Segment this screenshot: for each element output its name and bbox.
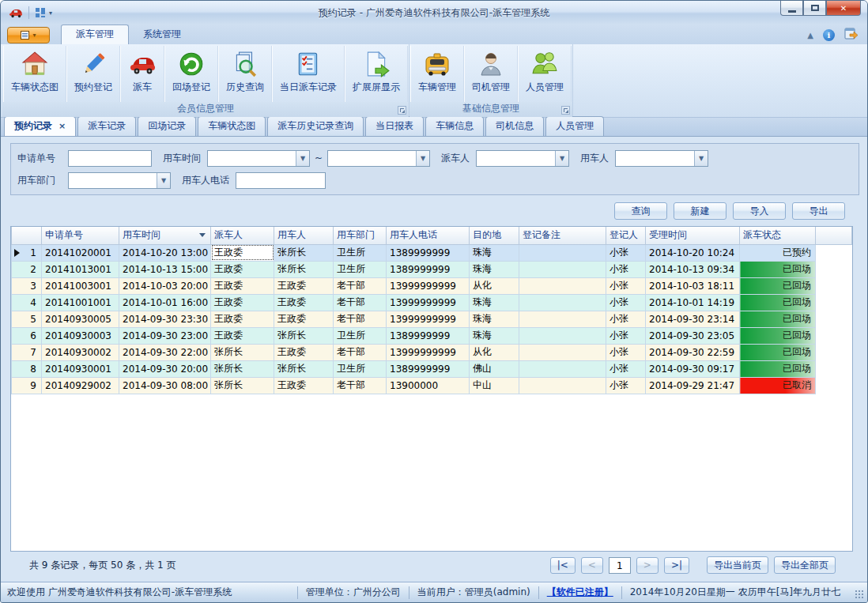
cell[interactable]: 2014-10-03 20:00 — [119, 277, 211, 294]
cell[interactable]: 王政委 — [211, 311, 274, 327]
table-row[interactable]: 2201410130012014-10-13 15:00王政委张所长卫生所138… — [12, 261, 852, 277]
ribbon-button-extend-screen[interactable]: 扩展屏显示 — [345, 46, 408, 102]
cell[interactable]: 13999999999 — [387, 311, 470, 327]
license-status-link[interactable]: 【软件已注册】 — [547, 586, 613, 599]
info-icon[interactable]: i — [823, 29, 835, 41]
cell[interactable]: 13999999999 — [387, 294, 470, 311]
table-row[interactable]: 8201409300012014-09-30 20:00张所长张所长卫生所138… — [12, 360, 852, 377]
dialog-launcher-icon[interactable] — [561, 106, 570, 115]
ribbon-button-driver[interactable]: 司机管理 — [464, 46, 518, 102]
cell[interactable]: 小张 — [606, 360, 646, 377]
cell[interactable]: 从化 — [470, 277, 519, 294]
cell[interactable]: 20141013001 — [42, 261, 119, 277]
cell[interactable]: 王政委 — [274, 294, 334, 311]
cell[interactable]: 20140930005 — [42, 311, 119, 327]
doc-tab-9[interactable]: 人员管理 — [545, 116, 604, 136]
cell[interactable]: 小张 — [606, 344, 646, 360]
close-button[interactable]: ✕ — [826, 1, 861, 16]
chevron-down-icon[interactable]: ▼ — [555, 151, 568, 166]
chevron-down-icon[interactable]: ▼ — [416, 151, 429, 166]
cell[interactable] — [519, 360, 606, 377]
cell[interactable]: 1389999999 — [387, 327, 470, 344]
cell[interactable]: 中山 — [470, 377, 519, 394]
cell[interactable]: 老干部 — [334, 311, 387, 327]
cell[interactable]: 老干部 — [334, 344, 387, 360]
doc-tab-6[interactable]: 当日报表 — [365, 116, 424, 136]
cell[interactable]: 20140929002 — [42, 377, 119, 394]
dispatch-status-badge[interactable]: 已回场 — [740, 294, 816, 311]
cell[interactable] — [519, 311, 606, 327]
cell[interactable]: 张所长 — [211, 360, 274, 377]
cell[interactable]: 2014-10-20 10:24 — [646, 244, 740, 261]
dispatcher-combobox[interactable]: ▼ — [476, 150, 569, 167]
cell[interactable]: 13999999999 — [387, 277, 470, 294]
request-no-input[interactable] — [68, 150, 152, 167]
column-header-4[interactable]: 用车人 — [274, 227, 334, 244]
cell[interactable]: 小张 — [606, 327, 646, 344]
resize-grip-icon[interactable] — [855, 590, 864, 599]
application-menu-button[interactable]: ▾ — [7, 27, 50, 43]
row-indicator[interactable]: 2 — [12, 261, 42, 277]
cell[interactable]: 王政委 — [211, 327, 274, 344]
doc-tab-3[interactable]: 回场记录 — [138, 116, 196, 136]
table-row[interactable]: 5201409300052014-09-30 23:30王政委王政委老干部139… — [12, 311, 852, 327]
dispatch-status-badge[interactable]: 已回场 — [740, 311, 816, 327]
prev-page-button[interactable]: < — [581, 557, 603, 574]
ribbon-button-recycle[interactable]: 回场登记 — [164, 46, 218, 102]
cell[interactable] — [519, 277, 606, 294]
cell[interactable]: 2014-10-13 09:34 — [646, 261, 740, 277]
layout-icon[interactable] — [35, 7, 46, 18]
cell[interactable]: 王政委 — [274, 311, 334, 327]
cell[interactable]: 2014-10-13 15:00 — [119, 261, 211, 277]
chevron-down-icon[interactable]: ▼ — [296, 151, 309, 166]
cell[interactable]: 卫生所 — [334, 261, 387, 277]
cell[interactable]: 1389999999 — [387, 261, 470, 277]
dispatch-status-badge[interactable]: 已回场 — [740, 344, 816, 360]
cell[interactable]: 1389999999 — [387, 244, 470, 261]
ribbon-button-house[interactable]: 车辆状态图 — [3, 46, 66, 102]
cell[interactable]: 13900000 — [387, 377, 470, 394]
ribbon-button-pencil[interactable]: 预约登记 — [66, 46, 120, 102]
last-page-button[interactable]: >| — [664, 557, 689, 574]
user-combobox[interactable]: ▼ — [615, 150, 708, 167]
cell[interactable] — [519, 244, 606, 261]
ribbon-button-daily-record[interactable]: 当日派车记录 — [272, 46, 345, 102]
row-indicator[interactable]: 6 — [12, 327, 42, 344]
cell[interactable]: 珠海 — [470, 261, 519, 277]
cell[interactable]: 2014-10-01 16:00 — [119, 294, 211, 311]
cell[interactable]: 张所长 — [274, 261, 334, 277]
cell[interactable]: 张所长 — [274, 360, 334, 377]
cell[interactable]: 王政委 — [274, 377, 334, 394]
chevron-down-icon[interactable]: ▼ — [157, 173, 170, 188]
cell[interactable]: 张所长 — [274, 327, 334, 344]
cell[interactable]: 卫生所 — [334, 327, 387, 344]
doc-tab-4[interactable]: 车辆状态图 — [198, 116, 266, 136]
cell[interactable]: 20140930001 — [42, 360, 119, 377]
import-button[interactable]: 导入 — [733, 202, 786, 220]
phone-input[interactable] — [236, 172, 326, 189]
cell[interactable]: 2014-09-30 23:14 — [646, 311, 740, 327]
export-button[interactable]: 导出 — [792, 202, 845, 220]
row-indicator[interactable]: 9 — [12, 377, 42, 394]
cell[interactable]: 2014-09-30 22:00 — [119, 344, 211, 360]
cell[interactable]: 2014-09-30 20:00 — [119, 360, 211, 377]
cell[interactable]: 1389999999 — [387, 360, 470, 377]
cell[interactable]: 13999999999 — [387, 344, 470, 360]
ribbon-button-red-car[interactable]: 派车 — [120, 46, 164, 102]
column-header-6[interactable]: 用车人电话 — [387, 227, 470, 244]
row-indicator-header[interactable] — [12, 227, 42, 244]
doc-tab-8[interactable]: 司机信息 — [485, 116, 544, 136]
cell[interactable]: 2014-10-01 14:19 — [646, 294, 740, 311]
table-row[interactable]: 7201409300022014-09-30 22:00张所长王政委老干部139… — [12, 344, 852, 360]
row-indicator[interactable]: 5 — [12, 311, 42, 327]
doc-tab-7[interactable]: 车辆信息 — [425, 116, 484, 136]
cell[interactable]: 张所长 — [211, 377, 274, 394]
cell[interactable] — [519, 344, 606, 360]
ribbon-button-history-search[interactable]: 历史查询 — [218, 46, 272, 102]
table-row[interactable]: 4201410010012014-10-01 16:00王政委王政委老干部139… — [12, 294, 852, 311]
cell[interactable]: 王政委 — [211, 294, 274, 311]
chevron-down-icon[interactable]: ▼ — [694, 151, 708, 166]
cell[interactable]: 2014-09-30 22:59 — [646, 344, 740, 360]
use-time-to-combobox[interactable]: ▼ — [327, 150, 430, 167]
row-indicator[interactable]: 3 — [12, 277, 42, 294]
